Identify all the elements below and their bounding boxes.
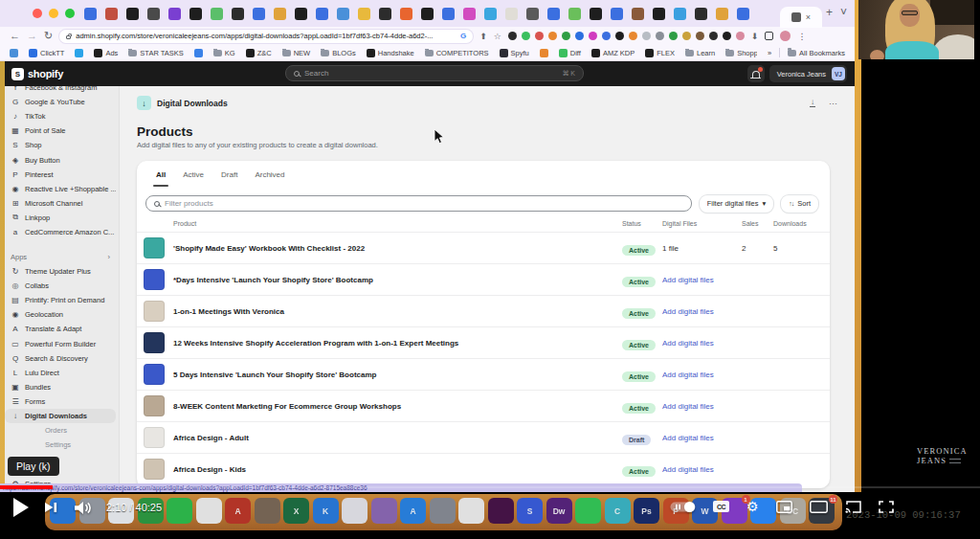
sidebar-item[interactable]: ▣ Bundles xyxy=(5,380,116,394)
sidebar-item[interactable]: Settings xyxy=(5,438,116,452)
browser-tab[interactable] xyxy=(379,8,391,20)
downloads-icon[interactable]: ⬇ xyxy=(751,32,759,41)
bookmarks-overflow-chevron[interactable]: » xyxy=(768,49,771,57)
theater-mode-button[interactable] xyxy=(810,501,828,513)
bookmark-item[interactable]: ClickTT xyxy=(29,49,64,57)
sidebar-item[interactable]: ▤ Printify: Print on Demand xyxy=(5,293,116,307)
bookmark-star-icon[interactable]: ☆ xyxy=(494,32,501,41)
apps-header[interactable]: Apps › xyxy=(5,250,116,264)
digital-files-cell[interactable]: Add digital files xyxy=(662,339,742,348)
browser-tab[interactable] xyxy=(84,8,97,20)
bookmark-item[interactable]: Shopping Affiliate... xyxy=(725,49,757,57)
extension-icon[interactable] xyxy=(642,32,651,40)
volume-icon[interactable] xyxy=(73,501,92,515)
digital-files-cell[interactable]: Add digital files xyxy=(662,465,742,474)
browser-tab[interactable] xyxy=(737,8,749,20)
shopify-logo[interactable]: S shopify xyxy=(11,68,63,80)
sidebar-item[interactable]: f Facebook & Instagram xyxy=(5,86,116,95)
browser-tab[interactable] xyxy=(632,8,644,20)
table-row[interactable]: 'Shopify Made Easy' Workbook With Checkl… xyxy=(137,232,830,263)
browser-tab[interactable] xyxy=(716,8,728,20)
bookmark-item[interactable]: Spyfu xyxy=(500,49,529,57)
browser-tab[interactable] xyxy=(147,8,160,20)
active-tab[interactable]: × xyxy=(780,7,822,28)
browser-tab[interactable] xyxy=(358,8,370,20)
product-title[interactable]: 5 Days Intensive 'Launch Your Shopify St… xyxy=(173,371,622,379)
tab-search-icon[interactable]: ˅ xyxy=(840,6,847,19)
sidebar-item[interactable]: ⧉ Linkpop xyxy=(5,211,116,225)
filter-products-input[interactable]: Filter products xyxy=(145,195,692,212)
status-tab[interactable]: Active xyxy=(183,170,204,190)
product-title[interactable]: 'Shopify Made Easy' Workbook With Checkl… xyxy=(173,244,622,253)
sidebar-item[interactable]: a CedCommerce Amazon C... xyxy=(5,225,116,239)
sidebar-item[interactable]: S Shop xyxy=(5,138,116,152)
admin-search-input[interactable]: Search ⌘ K xyxy=(285,65,584,81)
product-title[interactable]: Africa Design - Kids xyxy=(173,465,622,474)
close-tab-icon[interactable]: × xyxy=(806,12,811,22)
bookmark-item[interactable]: NEW xyxy=(282,49,311,57)
digital-files-cell[interactable]: Add digital files xyxy=(662,402,742,411)
next-button[interactable] xyxy=(43,501,58,514)
sidepanel-icon[interactable] xyxy=(765,32,773,40)
reload-button[interactable]: ↻ xyxy=(44,31,53,41)
bookmark-item[interactable]: COMPETITORS xyxy=(425,49,489,57)
sidebar-item[interactable]: ◈ Buy Button xyxy=(5,152,116,167)
extension-icon[interactable] xyxy=(656,32,664,40)
browser-tab[interactable] xyxy=(400,8,412,20)
product-title[interactable]: 1-on-1 Meetings With Veronica xyxy=(173,307,622,316)
extension-icon[interactable] xyxy=(602,32,611,40)
sidebar-item[interactable]: ↓ Digital Downloads xyxy=(5,409,116,423)
browser-tab[interactable] xyxy=(126,8,139,20)
sidebar-item[interactable]: G Google & YouTube xyxy=(5,95,116,109)
table-row[interactable]: Africa Design - Kids Active Add digital … xyxy=(137,453,830,484)
digital-files-cell[interactable]: 1 file xyxy=(662,244,742,253)
extension-icon[interactable] xyxy=(535,32,544,40)
extension-icon[interactable] xyxy=(589,32,597,40)
extension-icon[interactable] xyxy=(736,32,745,40)
bookmark-item[interactable]: AMZ KDP xyxy=(591,49,635,57)
browser-tab[interactable] xyxy=(421,8,434,20)
table-row[interactable]: 1-on-1 Meetings With Veronica Active Add… xyxy=(137,295,830,326)
sidebar-item[interactable]: P Pinterest xyxy=(5,168,116,182)
table-row[interactable]: 5 Days Intensive 'Launch Your Shopify St… xyxy=(137,358,830,390)
sidebar-item[interactable]: ◉ Reactive Live +Shoppable ... xyxy=(5,182,116,196)
bookmark-item[interactable]: FLEX xyxy=(645,49,675,57)
browser-tab[interactable] xyxy=(568,8,581,20)
bookmark-item[interactable]: BLOGs xyxy=(321,49,356,57)
table-row[interactable]: *Days Intensive 'Launch Your Shopify Sto… xyxy=(137,263,830,295)
digital-files-cell[interactable]: Add digital files xyxy=(662,276,742,284)
progress-bar-played[interactable] xyxy=(0,485,53,489)
browser-tab[interactable] xyxy=(526,8,539,20)
back-button[interactable]: ← xyxy=(10,31,20,41)
bookmark-item[interactable] xyxy=(194,49,203,57)
profile-avatar[interactable] xyxy=(780,31,791,41)
browser-tab[interactable] xyxy=(189,8,202,20)
sidebar-item[interactable]: Q Search & Discovery xyxy=(5,351,116,366)
maximize-window-button[interactable] xyxy=(65,9,75,18)
bookmark-item[interactable]: Handshake xyxy=(367,49,414,57)
product-title[interactable]: Africa Design - Adult xyxy=(173,434,622,442)
play-button[interactable] xyxy=(13,498,29,517)
product-title[interactable]: 12 Weeks Intensive Shopify Acceleration … xyxy=(173,339,622,348)
browser-tab[interactable] xyxy=(653,8,665,20)
address-bar[interactable]: admin.shopify.com/store/veronicaleejeans… xyxy=(59,30,473,43)
bookmark-item[interactable] xyxy=(540,49,548,57)
bookmark-item[interactable]: KG xyxy=(213,49,235,57)
new-tab-button[interactable]: + xyxy=(826,6,833,19)
browser-tab[interactable] xyxy=(211,8,223,20)
settings-gear-icon[interactable]: ⚙ xyxy=(746,500,759,513)
sidebar-item[interactable]: ↻ Theme Updater Plus xyxy=(5,264,116,279)
sidebar-item[interactable]: Orders xyxy=(5,423,116,438)
sidebar-item[interactable]: A Translate & Adapt xyxy=(5,322,116,336)
extension-icon[interactable] xyxy=(696,32,704,40)
bookmark-item[interactable]: Learn xyxy=(685,49,715,57)
extension-icon[interactable] xyxy=(682,32,691,40)
browser-tab[interactable] xyxy=(316,8,328,20)
sidebar-item[interactable]: ⊞ Microsoft Channel xyxy=(5,196,116,211)
extension-icon[interactable] xyxy=(522,32,530,40)
bookmark-item[interactable] xyxy=(10,49,18,57)
browser-tab[interactable] xyxy=(337,8,349,20)
sidebar-item[interactable]: L Lulu Direct xyxy=(5,366,116,380)
table-row[interactable]: 8-WEEK Content Marketing For Ecommerce G… xyxy=(137,390,830,421)
browser-tab[interactable] xyxy=(232,8,244,20)
